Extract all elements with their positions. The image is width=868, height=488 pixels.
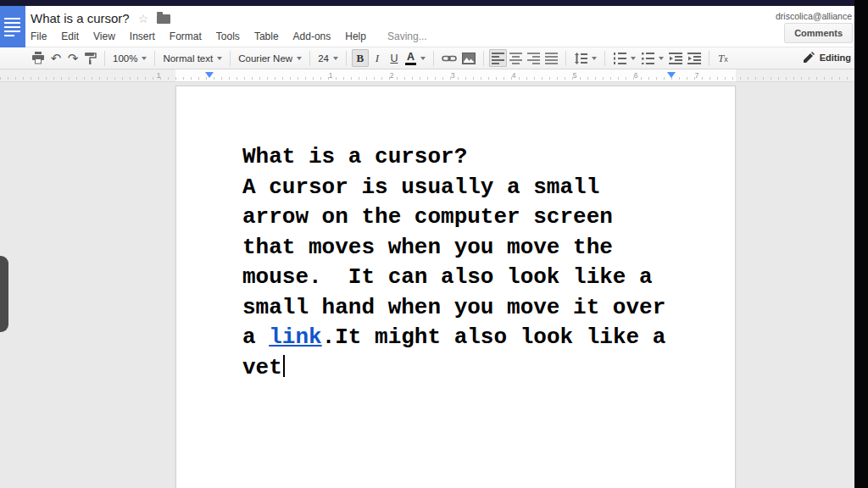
decrease-indent-button[interactable] xyxy=(666,49,685,67)
font-size-select[interactable]: 24 xyxy=(315,49,341,67)
mode-label: Editing xyxy=(820,53,851,63)
ruler-number: 4 xyxy=(512,71,516,80)
ruler-number: 6 xyxy=(634,71,638,80)
comments-button[interactable]: Comments xyxy=(784,23,853,43)
clear-formatting-button[interactable]: Tx xyxy=(715,49,732,67)
paragraph-style-select[interactable]: Normal text xyxy=(160,49,225,67)
menu-tools[interactable]: Tools xyxy=(216,30,240,42)
image-icon xyxy=(462,53,476,64)
chevron-down-icon xyxy=(333,57,338,60)
folder-icon[interactable] xyxy=(157,14,170,24)
left-edge-tab xyxy=(0,256,8,332)
right-indent-marker[interactable] xyxy=(667,72,676,78)
italic-button[interactable]: I xyxy=(369,49,386,67)
ruler-number: 1 xyxy=(329,71,333,80)
ruler-number: 5 xyxy=(573,71,577,80)
insert-image-button[interactable] xyxy=(459,49,478,67)
ruler-number: 2 xyxy=(390,71,394,80)
font-size-value: 24 xyxy=(318,53,329,64)
chevron-down-icon xyxy=(659,57,664,60)
align-right-button[interactable] xyxy=(525,49,542,67)
doc-text: a xyxy=(242,324,269,350)
align-justify-button[interactable] xyxy=(542,49,560,67)
header-bar: What is a cursor? ☆ File Edit View Inser… xyxy=(0,6,868,47)
chevron-down-icon xyxy=(420,57,426,60)
bold-label: B xyxy=(357,52,364,65)
hyperlink-link[interactable]: link xyxy=(269,324,321,350)
insert-link-button[interactable] xyxy=(439,49,459,67)
menu-addons[interactable]: Add-ons xyxy=(293,30,331,42)
menu-table[interactable]: Table xyxy=(254,30,279,42)
paint-roller-icon xyxy=(84,52,97,65)
font-select[interactable]: Courier New xyxy=(236,49,304,67)
doc-line[interactable]: small hand when you move it over xyxy=(242,293,665,324)
increase-indent-button[interactable] xyxy=(685,49,704,67)
doc-text: What is a cursor? xyxy=(242,144,467,169)
doc-line[interactable]: arrow on the computer screen xyxy=(242,202,665,233)
document-title[interactable]: What is a cursor? xyxy=(31,11,130,25)
google-docs-logo-icon[interactable] xyxy=(0,6,25,47)
text-color-button[interactable]: A xyxy=(403,49,428,67)
redo-icon: ↷ xyxy=(68,52,79,64)
align-center-button[interactable] xyxy=(507,49,525,67)
ruler-number: 1 xyxy=(157,71,161,80)
ruler-number: 3 xyxy=(451,71,455,80)
increase-indent-icon xyxy=(687,53,701,64)
doc-line[interactable]: A cursor is usually a small xyxy=(242,173,665,203)
bulleted-list-button[interactable] xyxy=(638,49,666,67)
link-icon xyxy=(442,53,457,64)
print-icon xyxy=(31,52,45,64)
text-cursor xyxy=(283,355,285,377)
letterbox-bar xyxy=(854,0,868,488)
doc-text: arrow on the computer screen xyxy=(242,204,613,230)
line-spacing-button[interactable] xyxy=(571,49,599,67)
style-value: Normal text xyxy=(163,53,213,64)
doc-text: that moves when you move the xyxy=(242,235,613,260)
align-left-icon xyxy=(492,53,504,64)
zoom-select[interactable]: 100% xyxy=(110,49,149,67)
mode-selector[interactable]: Editing xyxy=(804,52,851,63)
doc-line-heading[interactable]: What is a cursor? xyxy=(242,142,665,173)
bold-button[interactable]: B xyxy=(352,49,369,67)
menu-help[interactable]: Help xyxy=(345,30,366,42)
text-block: What is a cursor? A cursor is usually a … xyxy=(242,142,665,383)
chevron-down-icon xyxy=(297,57,302,60)
doc-text: small hand when you move it over xyxy=(242,295,665,320)
align-left-button[interactable] xyxy=(489,49,507,67)
ruler[interactable]: 1 1 2 3 4 5 6 7 xyxy=(0,69,868,82)
underline-button[interactable]: U xyxy=(386,49,403,67)
align-right-icon xyxy=(527,53,540,64)
redo-button[interactable]: ↷ xyxy=(64,49,81,67)
align-justify-icon xyxy=(545,53,558,64)
italic-label: I xyxy=(374,52,381,65)
doc-line[interactable]: that moves when you move the xyxy=(242,233,665,263)
ruler-number: 7 xyxy=(695,71,699,80)
account-email[interactable]: driscolica@alliance xyxy=(776,11,852,21)
menu-insert[interactable]: Insert xyxy=(130,30,155,42)
paint-format-button[interactable] xyxy=(81,49,99,67)
doc-text: mouse. It can also look like a xyxy=(242,264,653,290)
menu-file[interactable]: File xyxy=(31,30,47,42)
font-value: Courier New xyxy=(238,53,292,64)
menu-edit[interactable]: Edit xyxy=(61,30,79,42)
left-indent-marker[interactable] xyxy=(205,72,214,78)
save-status: Saving... xyxy=(387,30,427,42)
line-spacing-icon xyxy=(574,53,587,64)
doc-line[interactable]: vet xyxy=(242,353,665,384)
doc-line[interactable]: a link.It might also look like a xyxy=(242,323,665,353)
print-button[interactable] xyxy=(29,49,47,67)
align-center-icon xyxy=(509,53,522,64)
menu-format[interactable]: Format xyxy=(170,30,202,42)
document-page[interactable]: What is a cursor? A cursor is usually a … xyxy=(175,86,736,488)
top-navy-bar xyxy=(0,0,868,6)
doc-line[interactable]: mouse. It can also look like a xyxy=(242,263,665,293)
clear-formatting-icon: Tx xyxy=(718,52,728,65)
chevron-down-icon xyxy=(631,57,636,60)
underline-label: U xyxy=(390,53,398,64)
color-swatch xyxy=(405,63,416,65)
chevron-down-icon xyxy=(142,57,147,60)
numbered-list-button[interactable] xyxy=(610,49,638,67)
menu-view[interactable]: View xyxy=(93,30,115,42)
star-icon[interactable]: ☆ xyxy=(138,13,149,25)
undo-button[interactable]: ↶ xyxy=(47,49,64,67)
